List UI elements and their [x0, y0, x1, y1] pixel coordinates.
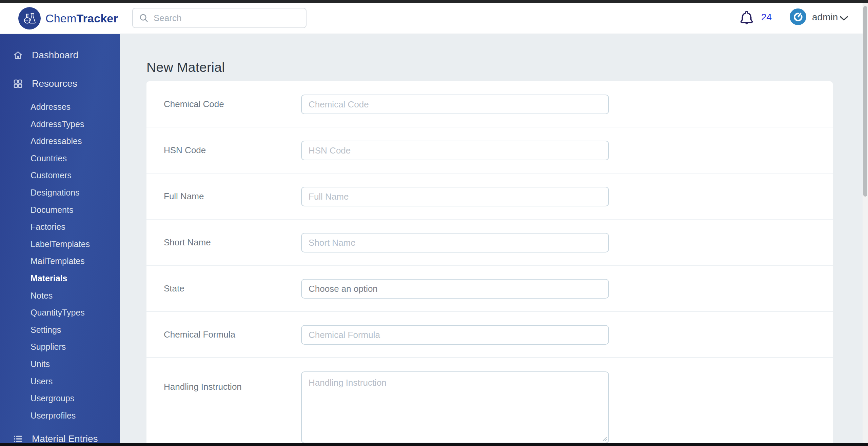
- sidebar-link-addresses[interactable]: Addresses: [0, 98, 120, 116]
- sidebar-link-usergroups[interactable]: Usergroups: [0, 390, 120, 407]
- sidebar-item-resources[interactable]: Resources: [0, 75, 120, 92]
- form-row: StateChoose an option: [146, 266, 833, 312]
- hsn-code-input[interactable]: [301, 141, 609, 160]
- field-control: Choose an option: [301, 279, 609, 299]
- sidebar-item-label: Resources: [32, 78, 77, 89]
- form-row: Full Name: [146, 174, 833, 220]
- chemical-code-input[interactable]: [301, 95, 609, 114]
- sidebar-link-units[interactable]: Units: [0, 356, 120, 373]
- short-name-input[interactable]: [301, 233, 609, 252]
- sidebar-link-documents[interactable]: Documents: [0, 201, 120, 219]
- field-label: State: [164, 283, 184, 294]
- username-label[interactable]: admin: [812, 12, 838, 23]
- form-row: Chemical Formula: [146, 312, 833, 358]
- field-control: [301, 141, 609, 160]
- new-material-form-card: Chemical CodeHSN CodeFull NameShort Name…: [146, 81, 833, 446]
- window-edge-bottom: [0, 443, 868, 446]
- sidebar-link-suppliers[interactable]: Suppliers: [0, 338, 120, 356]
- field-control: [301, 371, 609, 443]
- form-row: HSN Code: [146, 127, 833, 174]
- scrollbar-thumb[interactable]: [863, 6, 867, 197]
- sidebar-resource-links: AddressesAddressTypesAddressablesCountri…: [0, 98, 120, 424]
- sidebar: Dashboard Resources AddressesAddressType…: [0, 34, 120, 446]
- power-button-icon: [792, 11, 804, 23]
- notification-count-badge[interactable]: 24: [761, 12, 772, 23]
- notifications-bell-icon[interactable]: [738, 9, 755, 27]
- sidebar-link-factories[interactable]: Factories: [0, 218, 120, 236]
- sidebar-item-dashboard[interactable]: Dashboard: [0, 47, 120, 64]
- form-row: Handling Instruction: [146, 358, 833, 443]
- sidebar-link-designations[interactable]: Designations: [0, 184, 120, 201]
- chevron-down-icon[interactable]: [840, 16, 848, 21]
- handling-instruction-textarea[interactable]: [301, 371, 609, 443]
- search-icon: [139, 13, 149, 23]
- app-header: ChemTracker 24 admin: [0, 3, 868, 34]
- brand-regular: Chem: [45, 12, 77, 25]
- sidebar-link-customers[interactable]: Customers: [0, 167, 120, 184]
- sidebar-item-label: Dashboard: [32, 50, 78, 61]
- sidebar-link-quantitytypes[interactable]: QuantityTypes: [0, 304, 120, 321]
- sidebar-link-mailtemplates[interactable]: MailTemplates: [0, 252, 120, 270]
- sidebar-link-userprofiles[interactable]: Userprofiles: [0, 407, 120, 424]
- sidebar-link-notes[interactable]: Notes: [0, 287, 120, 304]
- main-content: New Material Chemical CodeHSN CodeFull N…: [120, 34, 868, 446]
- sidebar-link-addresstypes[interactable]: AddressTypes: [0, 116, 120, 133]
- brand-name: ChemTracker: [45, 12, 118, 25]
- field-label: Short Name: [164, 237, 211, 248]
- full-name-input[interactable]: [301, 187, 609, 206]
- state-select[interactable]: Choose an option: [301, 279, 609, 299]
- sidebar-link-materials[interactable]: Materials: [0, 270, 120, 287]
- form-row: Short Name: [146, 220, 833, 266]
- field-label: Full Name: [164, 191, 204, 202]
- field-label: Handling Instruction: [164, 382, 242, 392]
- home-icon: [13, 50, 23, 60]
- field-control: [301, 95, 609, 114]
- list-icon: [13, 434, 23, 444]
- window-edge-top: [0, 0, 868, 3]
- sidebar-link-addressables[interactable]: Addressables: [0, 133, 120, 150]
- chemical-formula-input[interactable]: [301, 325, 609, 345]
- user-avatar[interactable]: [790, 8, 806, 25]
- vertical-scrollbar[interactable]: [863, 3, 868, 446]
- field-label: Chemical Formula: [164, 329, 235, 340]
- field-control: [301, 233, 609, 252]
- sidebar-link-settings[interactable]: Settings: [0, 321, 120, 339]
- field-control: [301, 187, 609, 206]
- grid-icon: [13, 79, 23, 89]
- field-label: HSN Code: [164, 145, 206, 156]
- page-title: New Material: [146, 60, 225, 75]
- field-label: Chemical Code: [164, 99, 224, 109]
- search-input[interactable]: [149, 13, 291, 23]
- form-row: Chemical Code: [146, 81, 833, 127]
- flasks-logo-icon: [18, 7, 41, 29]
- sidebar-link-labeltemplates[interactable]: LabelTemplates: [0, 236, 120, 253]
- brand-bold: Tracker: [77, 12, 118, 25]
- brand-logo[interactable]: ChemTracker: [18, 3, 118, 34]
- global-search: [132, 8, 307, 28]
- field-control: [301, 325, 609, 345]
- form-rows: Chemical CodeHSN CodeFull NameShort Name…: [146, 81, 833, 443]
- sidebar-link-countries[interactable]: Countries: [0, 150, 120, 167]
- sidebar-link-users[interactable]: Users: [0, 373, 120, 390]
